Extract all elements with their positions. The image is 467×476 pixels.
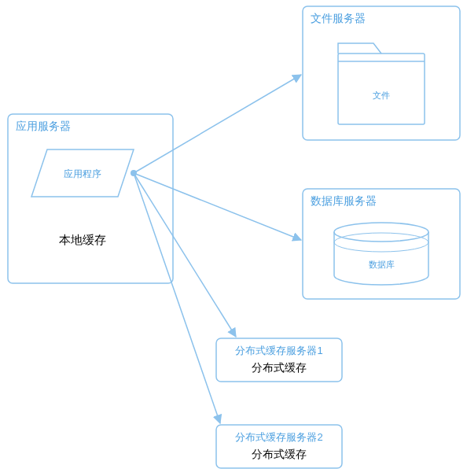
svg-rect-0	[8, 114, 173, 283]
file-server-title: 文件服务器	[311, 12, 366, 24]
svg-rect-3	[338, 54, 425, 124]
database-icon: 数据库	[334, 223, 428, 285]
dist-cache1-box: 分布式缓存服务器1 分布式缓存	[216, 338, 342, 382]
svg-point-6	[334, 223, 428, 242]
folder-icon: 文件	[338, 43, 425, 124]
dist-cache2-box: 分布式缓存服务器2 分布式缓存	[216, 425, 342, 468]
dist-cache1-label: 分布式缓存	[252, 361, 307, 374]
folder-label: 文件	[373, 90, 390, 100]
arrow-to-dist-cache1	[134, 173, 236, 337]
architecture-diagram: 应用服务器 应用程序 本地缓存 文件服务器 文件 数据库服务器 数据库	[0, 0, 467, 476]
dist-cache2-label: 分布式缓存	[252, 448, 307, 460]
db-server-box: 数据库服务器 数据库	[303, 189, 460, 299]
dist-cache1-title: 分布式缓存服务器1	[235, 345, 322, 356]
arrow-to-dist-cache2	[134, 173, 220, 423]
app-server-box: 应用服务器 应用程序 本地缓存	[8, 114, 173, 283]
database-label: 数据库	[369, 260, 395, 269]
svg-rect-2	[303, 6, 460, 140]
file-server-box: 文件服务器 文件	[303, 6, 460, 140]
app-program-shape: 应用程序	[31, 149, 134, 197]
svg-point-7	[334, 233, 428, 252]
arrow-to-db-server	[134, 173, 301, 240]
app-server-title: 应用服务器	[16, 120, 71, 132]
dist-cache2-title: 分布式缓存服务器2	[235, 431, 322, 443]
app-program-label: 应用程序	[64, 168, 101, 179]
db-server-title: 数据库服务器	[311, 194, 377, 207]
arrow-to-file-server	[134, 75, 301, 173]
local-cache-label: 本地缓存	[59, 233, 106, 246]
